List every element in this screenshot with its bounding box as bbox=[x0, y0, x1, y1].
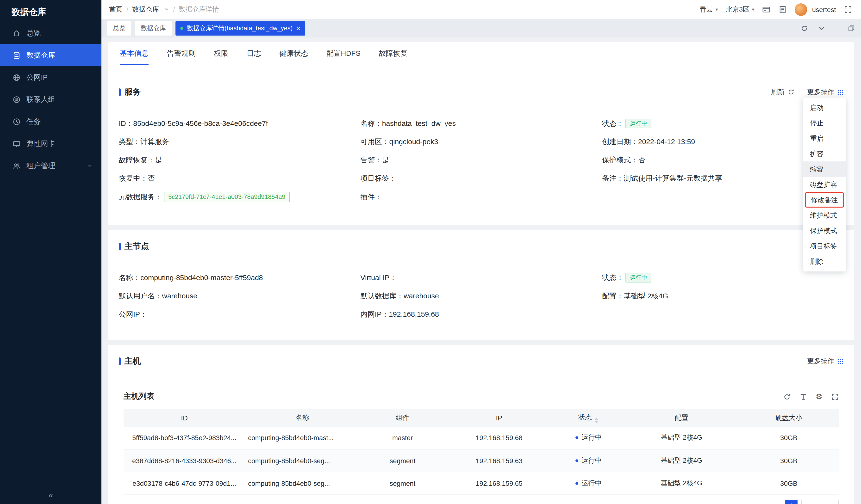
tab-label: 总览 bbox=[113, 24, 125, 31]
master-section: 主节点 名称：computing-85bd4eb0-master-5ff59ad… bbox=[108, 230, 854, 340]
globe-icon bbox=[13, 73, 21, 81]
host-list-tools: ⚙ bbox=[783, 393, 839, 401]
billing-icon[interactable] bbox=[762, 5, 770, 14]
status-dot bbox=[575, 459, 578, 462]
sidebar-item-overview[interactable]: 总览 bbox=[0, 22, 101, 44]
tab-label: 数据仓库详情(hashdata_test_dw_yes) bbox=[187, 24, 292, 32]
breadcrumb-section[interactable]: 数据仓库 bbox=[132, 5, 159, 14]
sort-icon[interactable] bbox=[594, 417, 599, 423]
sidebar-item-label: 租户管理 bbox=[26, 161, 55, 170]
hosts-more-actions-button[interactable]: 更多操作 bbox=[807, 357, 844, 365]
table-settings-gear-icon[interactable]: ⚙ bbox=[816, 393, 822, 401]
tab-label: 数据仓库 bbox=[141, 24, 166, 31]
col-config: 配置 bbox=[624, 409, 739, 426]
page-1-button[interactable]: 1 bbox=[785, 500, 797, 504]
menu-item-start[interactable]: 启动 bbox=[803, 100, 846, 115]
menu-item-protect-mode[interactable]: 保护模式 bbox=[803, 223, 846, 238]
status-dot bbox=[180, 27, 183, 30]
menu-item-maintenance-mode[interactable]: 维护模式 bbox=[803, 208, 846, 223]
sidebar-item-nics[interactable]: 弹性网卡 bbox=[0, 132, 101, 155]
tab-warehouse-detail[interactable]: 数据仓库详情(hashdata_test_dw_yes) × bbox=[176, 21, 305, 35]
menu-item-restart[interactable]: 重启 bbox=[803, 131, 846, 146]
col-component: 组件 bbox=[359, 409, 446, 426]
sidebar-item-contact-groups[interactable]: 联系人组 bbox=[0, 88, 101, 111]
col-disk: 硬盘大小 bbox=[739, 409, 839, 426]
chevron-down-icon[interactable] bbox=[818, 24, 825, 32]
console-icon[interactable] bbox=[778, 5, 787, 14]
menu-item-project-tag[interactable]: 项目标签 bbox=[803, 238, 846, 254]
field-empty bbox=[602, 309, 844, 319]
tab-strip-tools bbox=[801, 24, 855, 32]
zone-selector[interactable]: 北京3区 ▾ bbox=[726, 5, 754, 14]
tab-warehouse[interactable]: 数据仓库 bbox=[135, 21, 172, 35]
field-type: 类型：计算服务 bbox=[119, 137, 360, 146]
master-fields: 名称：computing-85bd4eb0-master-5ff59ad8 Vi… bbox=[119, 273, 844, 319]
refresh-icon[interactable] bbox=[801, 24, 808, 32]
menu-item-scale-in[interactable]: 缩容 bbox=[803, 162, 846, 177]
detail-tab-bar: 基本信息 告警规则 权限 日志 健康状态 配置HDFS 故障恢复 bbox=[108, 42, 854, 65]
table-row[interactable]: e3d03178-c4b6-47dc-9773-09d1... computin… bbox=[124, 472, 839, 494]
table-row[interactable]: e387dd88-8216-4333-9303-d346... computin… bbox=[124, 449, 839, 472]
avatar[interactable] bbox=[795, 3, 807, 16]
tab-health[interactable]: 健康状态 bbox=[279, 42, 308, 65]
page-size-selector[interactable]: ▾ bbox=[802, 500, 839, 504]
basic-info-card: 基本信息 告警规则 权限 日志 健康状态 配置HDFS 故障恢复 服务 刷新 bbox=[108, 42, 854, 225]
hosts-section: 主机 更多操作 主机列表 bbox=[108, 345, 854, 504]
close-icon[interactable]: × bbox=[296, 25, 300, 31]
breadcrumb-home[interactable]: 首页 bbox=[109, 5, 123, 14]
username[interactable]: usertest bbox=[812, 5, 836, 13]
menu-item-disk-expand[interactable]: 磁盘扩容 bbox=[803, 177, 846, 192]
refresh-button[interactable]: 刷新 bbox=[771, 88, 795, 96]
status-dot bbox=[575, 482, 578, 485]
sidebar-collapse-button[interactable]: « bbox=[0, 486, 101, 504]
nic-card-icon bbox=[13, 140, 21, 148]
contacts-icon bbox=[13, 95, 21, 103]
refresh-icon[interactable] bbox=[783, 393, 791, 401]
menu-item-scale-out[interactable]: 扩容 bbox=[803, 146, 846, 162]
sidebar-item-label: 弹性网卡 bbox=[26, 139, 55, 148]
field-metadata-service: 元数据服务：5c2179fd-71c7-41e1-a003-78a9d91854… bbox=[119, 192, 360, 202]
column-settings-icon[interactable] bbox=[799, 393, 807, 401]
section-title: 服务 bbox=[124, 86, 141, 98]
tab-basic-info[interactable]: 基本信息 bbox=[120, 42, 149, 65]
table-row[interactable]: 5ff59ad8-bbf3-437f-85e2-983b24... comput… bbox=[124, 426, 839, 449]
chevron-down-icon bbox=[87, 163, 93, 169]
sidebar-item-tenant-management[interactable]: 租户管理 bbox=[0, 155, 101, 177]
expand-icon[interactable] bbox=[831, 393, 839, 401]
tab-label: 健康状态 bbox=[279, 49, 308, 58]
tab-logs[interactable]: 日志 bbox=[247, 42, 261, 65]
sidebar-item-label: 总览 bbox=[26, 29, 41, 38]
field-name: 名称：hashdata_test_dw_yes bbox=[360, 119, 602, 128]
section-title: 主机 bbox=[124, 355, 141, 367]
main-area: 首页 / 数据仓库 / 数据仓库详情 青云 ▾ 北京3区 ▾ use bbox=[101, 0, 861, 504]
tab-label: 基本信息 bbox=[120, 49, 149, 58]
menu-item-delete[interactable]: 删除 bbox=[803, 254, 846, 269]
master-node-card: 主节点 名称：computing-85bd4eb0-master-5ff59ad… bbox=[108, 230, 854, 340]
field-public-ip: 公网IP： bbox=[119, 309, 360, 319]
sidebar-item-tasks[interactable]: 任务 bbox=[0, 111, 101, 132]
zone-label: 北京3区 bbox=[726, 5, 750, 14]
tab-alert-rules[interactable]: 告警规则 bbox=[167, 42, 196, 65]
tab-failover[interactable]: 故障恢复 bbox=[379, 42, 408, 65]
sidebar-item-public-ip[interactable]: 公网IP bbox=[0, 66, 101, 88]
col-status[interactable]: 状态 bbox=[553, 409, 625, 426]
menu-item-stop[interactable]: 停止 bbox=[803, 115, 846, 131]
content-area: 基本信息 告警规则 权限 日志 健康状态 配置HDFS 故障恢复 服务 刷新 bbox=[101, 38, 861, 504]
more-actions-button[interactable]: 更多操作 bbox=[807, 88, 844, 96]
sidebar-item-label: 公网IP bbox=[26, 73, 47, 82]
tab-label: 配置HDFS bbox=[326, 49, 360, 58]
sidebar-item-warehouse[interactable]: 数据仓库 bbox=[0, 44, 101, 66]
chevron-down-icon[interactable] bbox=[164, 7, 169, 12]
tab-overview[interactable]: 总览 bbox=[107, 21, 131, 35]
metadata-service-tag[interactable]: 5c2179fd-71c7-41e1-a003-78a9d91854a9 bbox=[164, 192, 290, 202]
caret-down-icon: ▾ bbox=[715, 7, 718, 12]
menu-item-edit-remark[interactable]: 修改备注 bbox=[805, 192, 844, 208]
fullscreen-icon[interactable] bbox=[844, 5, 852, 14]
restore-window-icon[interactable] bbox=[848, 24, 855, 32]
org-selector[interactable]: 青云 ▾ bbox=[700, 5, 718, 14]
service-fields: ID：85bd4eb0-5c9a-456e-b8ca-3e4e06cdee7f … bbox=[119, 119, 844, 202]
tab-hdfs-config[interactable]: 配置HDFS bbox=[326, 42, 360, 65]
sidebar-item-label: 数据仓库 bbox=[26, 51, 55, 60]
tab-permissions[interactable]: 权限 bbox=[214, 42, 228, 65]
database-icon bbox=[13, 51, 21, 59]
